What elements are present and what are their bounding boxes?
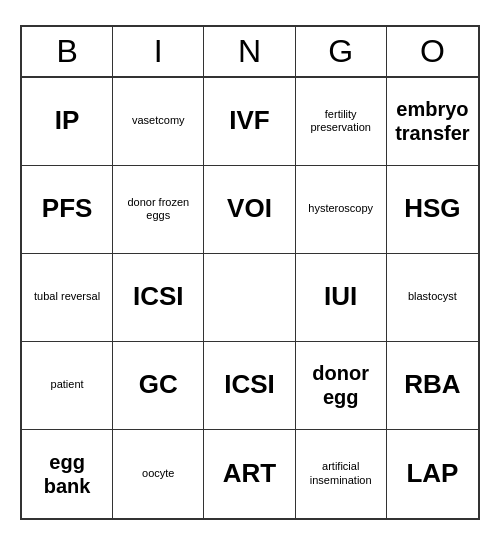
- bingo-cell: ART: [204, 430, 295, 518]
- header-letter: B: [22, 27, 113, 76]
- bingo-cell: ICSI: [113, 254, 204, 342]
- bingo-cell: RBA: [387, 342, 478, 430]
- cell-text: IVF: [229, 105, 269, 136]
- cell-text: oocyte: [142, 467, 174, 480]
- bingo-cell: IVF: [204, 78, 295, 166]
- header-letter: I: [113, 27, 204, 76]
- cell-text: PFS: [42, 193, 93, 224]
- bingo-cell: egg bank: [22, 430, 113, 518]
- bingo-cell: donor egg: [296, 342, 387, 430]
- cell-text: donor frozen eggs: [115, 196, 201, 222]
- bingo-cell: vasetcomy: [113, 78, 204, 166]
- bingo-cell: [204, 254, 295, 342]
- cell-text: ICSI: [133, 281, 184, 312]
- bingo-header: BINGO: [22, 27, 478, 78]
- bingo-cell: embryo transfer: [387, 78, 478, 166]
- bingo-cell: fertility preservation: [296, 78, 387, 166]
- cell-text: GC: [139, 369, 178, 400]
- bingo-cell: oocyte: [113, 430, 204, 518]
- bingo-cell: tubal reversal: [22, 254, 113, 342]
- cell-text: RBA: [404, 369, 460, 400]
- header-letter: N: [204, 27, 295, 76]
- bingo-cell: VOI: [204, 166, 295, 254]
- cell-text: IUI: [324, 281, 357, 312]
- bingo-cell: patient: [22, 342, 113, 430]
- bingo-cell: IP: [22, 78, 113, 166]
- cell-text: embryo transfer: [389, 97, 476, 145]
- cell-text: ART: [223, 458, 276, 489]
- cell-text: IP: [55, 105, 80, 136]
- cell-text: patient: [51, 378, 84, 391]
- cell-text: egg bank: [24, 450, 110, 498]
- bingo-grid: IPvasetcomyIVFfertility preservationembr…: [22, 78, 478, 518]
- bingo-cell: LAP: [387, 430, 478, 518]
- cell-text: VOI: [227, 193, 272, 224]
- cell-text: HSG: [404, 193, 460, 224]
- bingo-cell: IUI: [296, 254, 387, 342]
- cell-text: tubal reversal: [34, 290, 100, 303]
- header-letter: O: [387, 27, 478, 76]
- cell-text: LAP: [406, 458, 458, 489]
- cell-text: fertility preservation: [298, 108, 384, 134]
- bingo-cell: hysteroscopy: [296, 166, 387, 254]
- cell-text: ICSI: [224, 369, 275, 400]
- cell-text: vasetcomy: [132, 114, 185, 127]
- cell-text: artificial insemination: [298, 460, 384, 486]
- cell-text: blastocyst: [408, 290, 457, 303]
- bingo-cell: GC: [113, 342, 204, 430]
- header-letter: G: [296, 27, 387, 76]
- cell-text: donor egg: [298, 361, 384, 409]
- bingo-cell: blastocyst: [387, 254, 478, 342]
- bingo-card: BINGO IPvasetcomyIVFfertility preservati…: [20, 25, 480, 520]
- bingo-cell: artificial insemination: [296, 430, 387, 518]
- cell-text: hysteroscopy: [308, 202, 373, 215]
- bingo-cell: donor frozen eggs: [113, 166, 204, 254]
- bingo-cell: PFS: [22, 166, 113, 254]
- bingo-cell: ICSI: [204, 342, 295, 430]
- bingo-cell: HSG: [387, 166, 478, 254]
